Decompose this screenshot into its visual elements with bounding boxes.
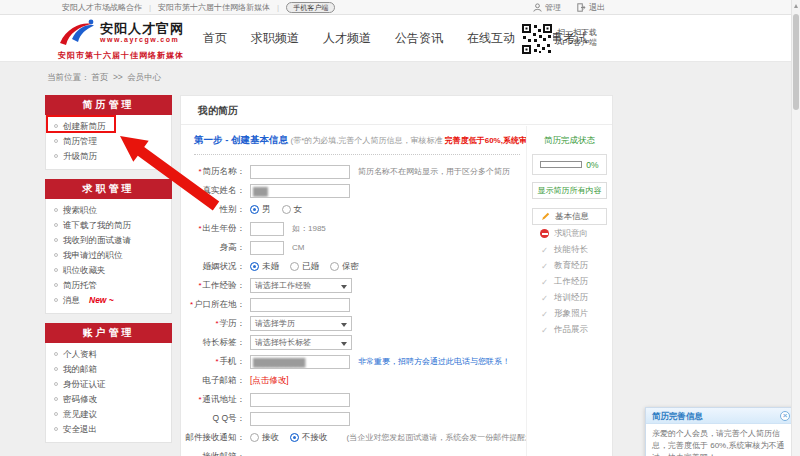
sidebar-item-label: 简历托管 [63,280,97,290]
pencil-icon [541,212,550,221]
site-header: 安阳人才官网 www.ayrcgw.com 安阳市第十六届十佳网络新媒体 首页求… [0,15,800,62]
check-icon: ✓ [540,325,549,335]
resume-section-education-history[interactable]: ✓教育经历 [532,258,607,273]
field-control-mobile: ███████████ [250,355,350,369]
mailing-address-input[interactable] [250,393,350,407]
bullet-icon [54,283,58,287]
progress-percent: 0% [586,160,598,170]
email-notification-radio-接收[interactable]: 接收 [250,432,279,444]
sidebar-item-create-new-resume[interactable]: 创建新简历 [46,119,171,134]
field-control-work-experience: 请选择工作经验 [250,278,352,293]
site-logo[interactable]: 安阳人才官网 www.ayrcgw.com [58,18,184,48]
label-text: 简历名称： [203,166,246,176]
sidebar-item-personal-info[interactable]: 个人资料 [46,347,171,362]
manage-label: 管理 [545,2,561,13]
resume-section-basic-info[interactable]: 基本信息 [532,208,607,225]
sidebar-item-change-password[interactable]: 密码修改 [46,392,171,407]
radio-label: 保密 [342,261,359,273]
sidebar-item-messages[interactable]: 消息New ~ [46,293,171,308]
sidebar-item-label: 创建新简历 [63,121,106,131]
step-note: (带*的为必填,完善个人简历信息，审核标准 [290,136,444,145]
sidebar-item-job-favorites[interactable]: 职位收藏夹 [46,263,171,278]
nav-home[interactable]: 首页 [203,30,227,47]
resume-section-photo[interactable]: ✓形象照片 [532,306,607,321]
specialty-tags-select[interactable]: 请选择特长标签 [250,335,352,350]
no-entry-icon [540,229,549,238]
scrollbar-up-arrow-icon[interactable] [794,4,798,8]
email-edit-link[interactable]: [点击修改] [250,375,289,387]
field-hint-mobile: 非常重要，招聘方会通过此电话与您联系！ [358,356,510,367]
nav-online-interaction[interactable]: 在线互动 [467,30,515,47]
sidebar-item-interview-invitations[interactable]: 我收到的面试邀请 [46,233,171,248]
required-asterisk: * [215,357,218,366]
gender-radio-男[interactable]: 男 [250,204,271,216]
resume-section-work-history[interactable]: ✓工作经历 [532,274,607,289]
section-label: 求职意向 [554,228,588,240]
nav-announcements[interactable]: 公告资讯 [395,30,443,47]
marital-status-radio-已婚[interactable]: 已婚 [290,261,319,273]
logo-url: www.ayrcgw.com [100,34,184,45]
household-location-input[interactable] [250,298,350,312]
sidebar-item-who-downloaded[interactable]: 谁下载了我的简历 [46,218,171,233]
education-select[interactable]: 请选择学历 [250,316,352,331]
resume-section-portfolio[interactable]: ✓作品展示 [532,322,607,337]
resume-section-skills[interactable]: ✓技能特长 [532,242,607,257]
label-text: 工作经验： [203,280,246,290]
sidebar-item-upgrade-resume[interactable]: 升级简历 [46,149,171,164]
height-input[interactable] [250,241,284,255]
email-notification-radio-不接收[interactable]: 不接收 [290,432,328,444]
vertical-scrollbar[interactable] [791,0,800,456]
show-all-resume-button[interactable]: 显示简历所有内容 [532,182,607,199]
field-label-email: 电子邮箱： [185,375,245,387]
sidebar-item-applied-jobs[interactable]: 我申请过的职位 [46,248,171,263]
label-text: 身高： [220,242,246,252]
page-title: 我的简历 [181,96,612,125]
sidebar-item-my-email[interactable]: 我的邮箱 [46,362,171,377]
sidebar-item-label: 简历管理 [63,136,97,146]
sidebar-item-search-jobs[interactable]: 搜索职位 [46,203,171,218]
resume-section-job-intention[interactable]: 求职意向 [532,226,607,241]
bullet-icon [54,382,58,386]
resume-name-input[interactable] [250,165,350,179]
sidebar-item-resume-hosting[interactable]: 简历托管 [46,278,171,293]
sidebar-item-resume-manage[interactable]: 简历管理 [46,134,171,149]
label-text: 特长标签： [203,337,246,347]
nav-talent-channel[interactable]: 人才频道 [323,30,371,47]
sidebar-item-safe-logout[interactable]: 安全退出 [46,422,171,437]
nav-job-channel[interactable]: 求职频道 [251,30,299,47]
sidebar-section-job-management: 求职管理搜索职位谁下载了我的简历我收到的面试邀请我申请过的职位职位收藏夹简历托管… [45,179,172,314]
mobile-client-button[interactable]: 手机客户端 [286,2,335,13]
real-name-input[interactable]: ███ [250,184,350,198]
marital-status-radio-保密[interactable]: 保密 [330,261,359,273]
scrollbar-thumb[interactable] [793,14,799,110]
gender-radio-女[interactable]: 女 [282,204,303,216]
breadcrumb-home[interactable]: 首页 [92,72,109,82]
topbar-link-cooperation[interactable]: 安阳人才市场战略合作 [62,2,142,13]
field-control-email-notification: 接收不接收 [250,432,339,444]
field-control-birth-year [250,222,284,236]
progress-bar [540,161,582,168]
marital-status-radio-未婚[interactable]: 未婚 [250,261,279,273]
topbar-link-media-award[interactable]: 安阳市第十六届十佳网络新媒体 [158,2,270,13]
label-text: 婚姻状况： [203,261,246,271]
manage-link[interactable]: 管理 [533,2,561,13]
logo-text: 安阳人才官网 www.ayrcgw.com [100,18,184,45]
sidebar-item-label: 升级简历 [63,151,97,161]
resume-section-training-history[interactable]: ✓培训经历 [532,290,607,305]
work-experience-select[interactable]: 请选择工作经验 [250,278,352,293]
logout-link[interactable]: 退出 [577,2,605,13]
sidebar-item-id-verification[interactable]: 身份证认证 [46,377,171,392]
field-control-real-name: ███ [250,184,350,198]
step-header: 第一步 - 创建基本信息 (带*的为必填,完善个人简历信息，审核标准 完善度低于… [194,125,520,155]
sidebar-item-label: 意见建议 [63,409,97,419]
qq-number-input[interactable] [250,412,350,426]
mobile-input[interactable]: ███████████ [250,355,350,369]
field-label-marital-status: 婚姻状况： [185,261,245,273]
birth-year-input[interactable] [250,222,284,236]
popup-close-icon[interactable]: × [780,411,790,421]
sidebar-item-feedback[interactable]: 意见建议 [46,407,171,422]
bullet-icon [54,223,58,227]
section-label: 基本信息 [555,211,589,223]
qr-caption-line2: APP客户端 [557,38,597,48]
bullet-icon [54,367,58,371]
